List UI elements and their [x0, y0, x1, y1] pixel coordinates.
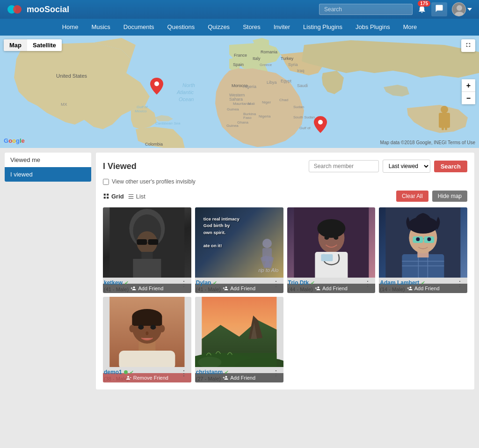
svg-point-43 — [318, 120, 323, 125]
map-toggle-buttons: Map Satellite — [4, 39, 62, 51]
logo-icon — [7, 1, 24, 18]
svg-text:Iraq: Iraq — [297, 68, 305, 73]
svg-text:North: North — [182, 82, 195, 88]
map-attribution: Map data ©2018 Google, INEGI Terms of Us… — [380, 140, 475, 145]
member-card: Add Friend Adam Lambert ✔ ⋮ (14 - Male) — [379, 207, 467, 293]
nav-inviter[interactable]: Inviter — [267, 19, 297, 36]
content-header: I Viewed Last viewed Newest Oldest Searc… — [103, 160, 467, 173]
more-options-button[interactable]: ⋮ — [362, 279, 373, 289]
svg-point-1 — [13, 5, 22, 14]
action-buttons: Clear All Hide map — [396, 191, 467, 202]
svg-point-66 — [324, 236, 329, 240]
nav-quizzes[interactable]: Quizzes — [201, 19, 236, 36]
global-search-input[interactable] — [319, 4, 413, 15]
fullscreen-button[interactable] — [461, 39, 475, 52]
svg-point-81 — [428, 237, 431, 241]
page-title: I Viewed — [103, 162, 137, 171]
google-logo: Google — [4, 137, 25, 144]
svg-text:Mexico: Mexico — [135, 109, 147, 113]
svg-rect-52 — [137, 239, 147, 245]
main-content: Viewed me I viewed I Viewed Last viewed … — [0, 148, 479, 394]
add-friend-icon — [223, 375, 228, 381]
more-options-button[interactable]: ⋮ — [178, 279, 189, 289]
svg-text:Guinea: Guinea — [227, 107, 239, 111]
member-card: Remove Friend demo1 ✔ ⋮ (38 - Male) — [103, 297, 191, 382]
invisible-view-label: View other user's profiles invisibly — [112, 178, 196, 185]
nav-documents[interactable]: Documents — [117, 19, 161, 36]
svg-text:Gulf of: Gulf of — [137, 105, 148, 109]
member-search-input[interactable] — [309, 160, 379, 172]
svg-point-91 — [138, 325, 144, 330]
member-name: Dylan — [196, 279, 211, 286]
svg-text:France: France — [234, 53, 247, 58]
clear-all-button[interactable]: Clear All — [396, 191, 428, 202]
nav-questions[interactable]: Questions — [161, 19, 202, 36]
zoom-in-button[interactable]: + — [462, 80, 475, 92]
user-avatar — [452, 2, 466, 16]
world-map-svg: North Atlantic Ocean Gulf of Mexico Cari… — [0, 36, 479, 148]
chat-button[interactable] — [431, 2, 447, 16]
add-friend-icon — [315, 286, 320, 291]
verified-icon: ✔ — [213, 280, 217, 286]
verified-icon: ✔ — [225, 369, 229, 375]
member-card: tice real intimacyGod birth byown spirit… — [195, 207, 283, 293]
more-options-button[interactable]: ⋮ — [270, 369, 282, 378]
verified-icon: ✔ — [124, 280, 129, 286]
member-photo-adam — [379, 207, 467, 278]
svg-text:Sudan: Sudan — [293, 105, 304, 109]
sidebar-item-viewed-me[interactable]: Viewed me — [5, 153, 91, 167]
notifications-button[interactable]: 175 — [417, 4, 427, 15]
svg-point-80 — [416, 237, 420, 241]
more-options-button[interactable]: ⋮ — [270, 279, 282, 289]
svg-point-63 — [317, 219, 345, 238]
member-card: Add Friend Trio Dtk ✔ ⋮ (44 - Male) — [287, 207, 376, 293]
svg-rect-53 — [148, 239, 158, 245]
logo-area: mooSocial — [7, 1, 69, 18]
svg-point-42 — [154, 81, 159, 86]
more-options-button[interactable]: ⋮ — [178, 369, 189, 378]
list-view-button[interactable]: List — [128, 193, 145, 200]
svg-text:Faso: Faso — [243, 116, 252, 120]
content-area: I Viewed Last viewed Newest Oldest Searc… — [96, 153, 474, 389]
add-friend-icon — [131, 286, 136, 291]
grid-icon — [103, 193, 109, 199]
hide-map-button[interactable]: Hide map — [432, 191, 467, 202]
grid-view-button[interactable]: Grid — [103, 193, 124, 200]
search-button[interactable]: Search — [434, 161, 467, 172]
map-view-button[interactable]: Map — [4, 39, 27, 51]
satellite-view-button[interactable]: Satellite — [27, 39, 62, 51]
zoom-out-button[interactable]: − — [462, 92, 475, 104]
svg-point-2 — [457, 5, 462, 11]
sidebar-item-i-viewed[interactable]: I viewed — [5, 167, 91, 182]
svg-rect-88 — [132, 316, 162, 326]
svg-text:Saudi: Saudi — [297, 83, 308, 88]
svg-text:Romania: Romania — [261, 50, 277, 54]
verified-icon: ✔ — [421, 280, 425, 286]
nav-listing-plugins[interactable]: Listing Plugins — [297, 19, 349, 36]
nav-jobs-plugins[interactable]: Jobs Plugins — [349, 19, 397, 36]
more-options-button[interactable]: ⋮ — [454, 279, 465, 289]
list-icon — [128, 193, 134, 199]
nav-stores[interactable]: Stores — [236, 19, 267, 36]
svg-text:Niger: Niger — [262, 100, 271, 104]
top-right-controls: 175 — [319, 2, 472, 16]
svg-text:Sahara: Sahara — [229, 97, 243, 102]
svg-text:Nigeria: Nigeria — [259, 114, 271, 118]
member-card: Add Friend christanm ✔ ⋮ (27 - Male) — [195, 297, 283, 382]
members-grid-row2: Remove Friend demo1 ✔ ⋮ (38 - Male) — [103, 297, 467, 382]
member-photo-christanm — [195, 297, 283, 367]
members-grid-row1: Add Friend ketkew ✔ ⋮ (41 - Male) — [103, 207, 467, 293]
member-name: demo1 — [104, 369, 122, 375]
verified-icon: ✔ — [311, 280, 315, 286]
nav-more[interactable]: More — [397, 19, 424, 36]
chat-icon — [435, 4, 443, 13]
svg-rect-46 — [442, 125, 444, 130]
svg-text:Chad: Chad — [279, 98, 288, 102]
invisible-view-checkbox[interactable] — [103, 179, 109, 185]
svg-rect-56 — [133, 259, 161, 278]
nav-musics[interactable]: Musics — [85, 19, 116, 36]
user-menu-button[interactable] — [452, 2, 472, 16]
sort-select[interactable]: Last viewed Newest Oldest — [383, 160, 430, 173]
nav-home[interactable]: Home — [56, 19, 85, 36]
svg-point-89 — [129, 325, 135, 332]
